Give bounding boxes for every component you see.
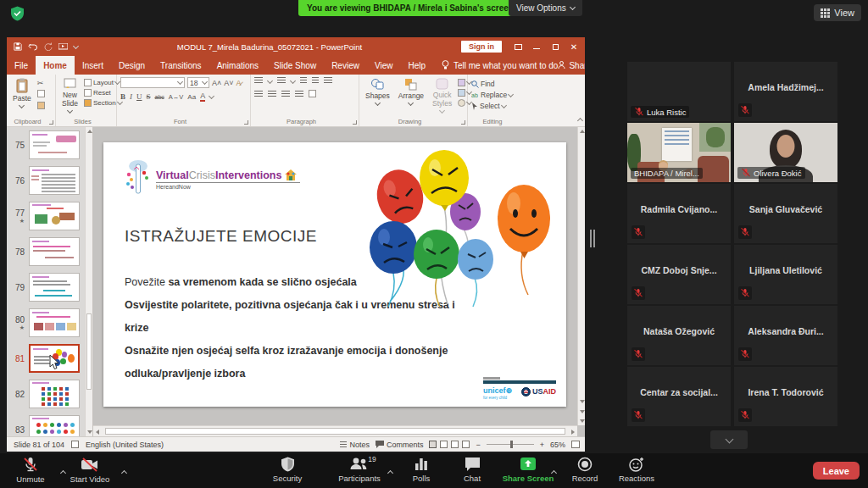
slideshow-view-button[interactable] xyxy=(462,441,470,448)
previous-slide-button[interactable] xyxy=(580,400,585,403)
scrollbar-thumb[interactable] xyxy=(86,313,92,390)
slide-thumbnail-76[interactable] xyxy=(29,166,80,195)
grow-font-icon[interactable]: A˄ xyxy=(212,79,221,87)
reset-button[interactable]: Reset xyxy=(84,89,122,97)
scroll-down-arrow[interactable] xyxy=(580,419,585,423)
participant-tile[interactable]: Irena T. Todorović xyxy=(734,367,837,426)
reactions-button[interactable]: Reactions xyxy=(601,457,672,483)
notes-button[interactable]: Notes xyxy=(340,441,370,449)
replace-button[interactable]: ab Replace xyxy=(471,91,513,99)
scroll-down-arrow[interactable] xyxy=(87,430,92,434)
character-spacing-icon[interactable]: A↔V xyxy=(169,93,184,101)
zoom-in-button[interactable]: + xyxy=(540,441,544,449)
video-options-chevron[interactable] xyxy=(122,463,126,479)
font-dialog-launcher[interactable] xyxy=(244,120,248,125)
slide-thumbnail-79[interactable] xyxy=(29,273,80,302)
participant-tile[interactable]: Luka Ristic xyxy=(627,62,731,121)
sign-in-button[interactable]: Sign in xyxy=(461,41,502,53)
ribbon-tab-slide-show[interactable]: Slide Show xyxy=(266,56,324,75)
spellcheck-icon[interactable] xyxy=(71,441,79,448)
clear-formatting-icon[interactable]: A̷ xyxy=(236,79,242,87)
columns-icon[interactable] xyxy=(309,90,316,99)
copy-icon[interactable] xyxy=(37,90,45,99)
ribbon-display-options-button[interactable] xyxy=(509,37,527,56)
leave-button[interactable]: Leave xyxy=(813,462,860,480)
find-button[interactable]: Find xyxy=(471,80,513,88)
zoom-slider[interactable] xyxy=(487,444,534,446)
normal-view-button[interactable] xyxy=(429,441,437,448)
ribbon-tab-review[interactable]: Review xyxy=(324,56,367,75)
slide-number-indicator[interactable]: Slide 81 of 104 xyxy=(14,441,64,449)
participant-tile[interactable]: Nataša Ožegović xyxy=(627,306,731,365)
align-right-icon[interactable] xyxy=(281,91,290,99)
participant-tile[interactable]: Radmila Cvijano... xyxy=(627,184,731,243)
current-slide[interactable]: VirtualCrisisInterventions HereandNow IS… xyxy=(103,142,566,407)
participant-tile[interactable]: Ljiljana Uletilović xyxy=(734,245,837,304)
participants-button[interactable]: 19 Participants xyxy=(324,457,395,483)
comments-button[interactable]: Comments xyxy=(376,441,424,449)
slide-thumbnail-77[interactable] xyxy=(29,202,80,230)
change-case-icon[interactable]: Aa xyxy=(187,93,196,101)
increase-indent-icon[interactable] xyxy=(312,77,319,86)
slide-thumbnail-83[interactable] xyxy=(29,415,80,436)
zoom-out-button[interactable]: − xyxy=(476,441,480,449)
ribbon-tab-file[interactable]: File xyxy=(7,56,36,75)
view-button[interactable]: View xyxy=(814,4,861,21)
slide-sorter-view-button[interactable] xyxy=(440,441,448,448)
decrease-indent-icon[interactable] xyxy=(300,77,307,86)
close-button[interactable]: ✕ xyxy=(565,37,583,56)
zoom-percentage[interactable]: 65% xyxy=(550,441,565,449)
font-size-combo[interactable]: 18 xyxy=(187,77,209,88)
more-participants-button[interactable] xyxy=(710,430,748,449)
view-options-button[interactable]: View Options xyxy=(509,0,582,16)
italic-icon[interactable]: I xyxy=(130,92,132,101)
start-video-button[interactable]: Start Video xyxy=(54,457,125,484)
scroll-up-arrow[interactable] xyxy=(580,130,585,133)
font-name-combo[interactable] xyxy=(120,77,185,88)
font-color-icon[interactable]: A xyxy=(200,92,205,102)
slide-vertical-scrollbar[interactable] xyxy=(577,127,585,425)
layout-button[interactable]: Layout xyxy=(84,79,122,86)
panel-resize-handle[interactable] xyxy=(590,230,595,247)
ribbon-tab-design[interactable]: Design xyxy=(111,56,153,75)
justify-icon[interactable] xyxy=(295,91,303,99)
ribbon-tab-insert[interactable]: Insert xyxy=(75,56,111,75)
clipboard-dialog-launcher[interactable] xyxy=(49,120,53,125)
align-center-icon[interactable] xyxy=(268,91,276,99)
slide-thumbnail-75[interactable] xyxy=(29,130,80,159)
restore-button[interactable] xyxy=(546,37,565,56)
participant-tile[interactable]: Aleksandra Đuri... xyxy=(734,306,837,365)
language-indicator[interactable]: English (United States) xyxy=(86,441,164,449)
ribbon-tab-view[interactable]: View xyxy=(367,56,401,75)
ribbon-tab-home[interactable]: Home xyxy=(36,56,75,75)
shapes-button[interactable]: Shapes xyxy=(363,77,392,116)
minimize-button[interactable] xyxy=(527,37,546,56)
slide-thumbnail-80[interactable] xyxy=(29,308,80,337)
scroll-left-arrow[interactable] xyxy=(96,430,99,435)
paste-button[interactable]: Paste xyxy=(10,77,34,116)
slide-thumbnail-82[interactable] xyxy=(29,380,80,408)
underline-icon[interactable]: U xyxy=(136,92,142,101)
undo-icon[interactable] xyxy=(28,42,38,51)
shrink-font-icon[interactable]: A˅ xyxy=(224,79,233,87)
collapse-ribbon-chevron[interactable] xyxy=(578,116,582,125)
new-slide-button[interactable]: New Slide xyxy=(59,77,81,116)
format-painter-icon[interactable] xyxy=(37,102,45,111)
fit-slide-to-window-button[interactable] xyxy=(571,441,580,448)
bullets-icon[interactable] xyxy=(254,77,263,86)
slide-horizontal-scrollbar[interactable] xyxy=(93,425,577,436)
reading-view-button[interactable] xyxy=(451,441,459,448)
ribbon-tab-help[interactable]: Help xyxy=(400,56,433,75)
participant-tile[interactable]: Sanja Gluvačević xyxy=(734,184,837,243)
arrange-button[interactable]: Arrange xyxy=(396,77,426,116)
zoom-slider-knob[interactable] xyxy=(510,441,513,448)
align-left-icon[interactable] xyxy=(254,91,263,99)
bold-icon[interactable]: B xyxy=(120,92,125,101)
security-button[interactable]: Security xyxy=(252,457,323,483)
text-shadow-icon[interactable]: abc xyxy=(155,94,164,100)
line-spacing-icon[interactable] xyxy=(324,77,332,86)
participant-tile[interactable]: Centar za socijal... xyxy=(627,367,731,426)
slide-thumbnail-78[interactable] xyxy=(29,237,80,266)
paragraph-dialog-launcher[interactable] xyxy=(353,120,357,125)
redo-icon[interactable] xyxy=(44,42,53,51)
